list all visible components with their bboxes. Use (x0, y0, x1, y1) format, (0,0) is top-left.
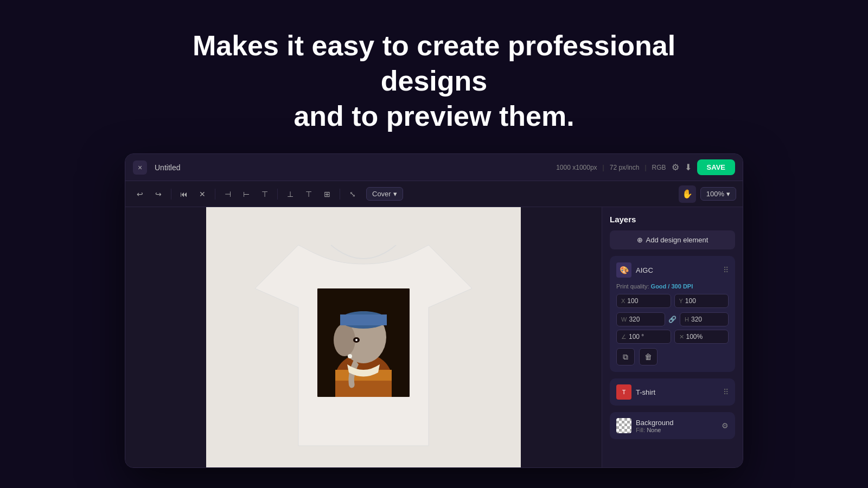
elephant-painting (317, 288, 410, 397)
main-area: Layers ⊕ Add design element 🎨 AIGC ⠿ Pri… (125, 207, 743, 467)
design-overlay (317, 288, 410, 397)
crop-button[interactable]: ⤡ (344, 186, 361, 202)
cover-chevron-icon: ▾ (393, 190, 397, 198)
canvas-dpi: 72 px/inch (610, 164, 640, 171)
scale-value: 100% (686, 333, 703, 341)
first-button[interactable]: ⏮ (176, 186, 192, 202)
w-field[interactable]: W 320 (616, 312, 665, 326)
tshirt-grip-icon[interactable]: ⠿ (723, 388, 729, 396)
x-label: X (621, 298, 625, 304)
toolbar: ↩ ↪ ⏮ ✕ ⊣ ⊢ ⊤ ⊥ ⊤ ⊞ ⤡ Cover ▾ ✋ 100% ▾ (125, 181, 743, 207)
x-field[interactable]: X 100 (616, 294, 671, 308)
angle-label: ∠ (621, 333, 627, 341)
h-value: 320 (691, 316, 702, 323)
scale-label: ✕ (679, 333, 684, 341)
align-bottom-button[interactable]: ⊞ (319, 186, 335, 202)
save-button[interactable]: SAVE (697, 159, 735, 175)
y-value: 100 (685, 297, 696, 305)
align-center-button[interactable]: ⊢ (238, 186, 254, 202)
toolbar-right: ✋ 100% ▾ (679, 185, 736, 203)
color-mode: RGB (652, 164, 666, 171)
w-label: W (621, 316, 627, 323)
background-fill-text: Fill: None (636, 427, 717, 433)
redo-button[interactable]: ↪ (150, 186, 167, 202)
align-left-button[interactable]: ⊣ (220, 186, 236, 202)
undo-button[interactable]: ↩ (132, 186, 148, 202)
aigc-grip-icon[interactable]: ⠿ (723, 266, 729, 274)
zoom-chevron-icon: ▾ (726, 190, 730, 198)
align-right-button[interactable]: ⊤ (257, 186, 273, 202)
plus-icon: ⊕ (637, 236, 643, 244)
close-button[interactable]: × (133, 160, 147, 175)
app-window: × Untitled 1000 x1000px | 72 px/inch | R… (125, 153, 743, 468)
aigc-layer-header: 🎨 AIGC ⠿ (616, 262, 729, 278)
svg-point-10 (348, 354, 352, 358)
layers-title: Layers (610, 215, 735, 224)
layer-actions: ⧉ 🗑 (616, 348, 729, 365)
aigc-thumbnail: 🎨 (616, 262, 631, 278)
toolbar-divider-3 (277, 189, 278, 200)
background-thumbnail (616, 418, 631, 433)
cover-dropdown[interactable]: Cover ▾ (366, 187, 403, 201)
background-layer-card: Background Fill: None ⚙ (610, 412, 735, 439)
angle-scale-row: ∠ 100 ° ✕ 100% (616, 330, 729, 344)
zoom-value: 100% (706, 190, 724, 198)
delete-tool-button[interactable]: ✕ (194, 186, 210, 202)
align-middle-button[interactable]: ⊤ (301, 186, 317, 202)
top-bar: × Untitled 1000 x1000px | 72 px/inch | R… (125, 154, 743, 181)
w-value: 320 (629, 316, 640, 323)
angle-field[interactable]: ∠ 100 ° (616, 330, 671, 344)
zoom-dropdown[interactable]: 100% ▾ (700, 187, 736, 201)
angle-value: 100 ° (629, 333, 644, 341)
add-element-button[interactable]: ⊕ Add design element (610, 230, 735, 249)
top-bar-right: 1000 x1000px | 72 px/inch | RGB ⚙ ⬇ SAVE (556, 159, 735, 175)
toolbar-divider-4 (340, 189, 340, 200)
h-field[interactable]: H 320 (680, 312, 729, 326)
xy-row: X 100 Y 100 (616, 294, 729, 308)
aigc-layer-card: 🎨 AIGC ⠿ Print quality: Good / 300 DPI X… (610, 256, 735, 372)
scale-field[interactable]: ✕ 100% (674, 330, 729, 344)
download-icon[interactable]: ⬇ (685, 162, 692, 172)
document-title: Untitled (155, 163, 180, 172)
settings-icon[interactable]: ⚙ (672, 162, 679, 172)
y-field[interactable]: Y 100 (674, 294, 729, 308)
tshirt-thumbnail: T (616, 384, 631, 400)
svg-point-5 (334, 324, 355, 356)
canvas-area (125, 207, 602, 467)
svg-rect-7 (340, 314, 387, 325)
toolbar-divider-2 (215, 189, 215, 200)
align-top-button[interactable]: ⊥ (282, 186, 298, 202)
add-element-label: Add design element (646, 236, 709, 244)
right-panel: Layers ⊕ Add design element 🎨 AIGC ⠿ Pri… (602, 207, 743, 467)
background-layer-name: Background (636, 419, 717, 427)
print-quality-value: Good / 300 DPI (651, 283, 693, 290)
hand-tool-button[interactable]: ✋ (679, 185, 696, 203)
tshirt-mockup (206, 207, 521, 467)
lock-icon: 🔗 (668, 316, 676, 323)
h-label: H (685, 316, 689, 323)
background-fill-value: None (647, 427, 661, 433)
toolbar-divider-1 (171, 189, 171, 200)
duplicate-button[interactable]: ⧉ (616, 348, 635, 365)
background-settings-icon[interactable]: ⚙ (722, 421, 729, 430)
print-quality-text: Print quality: Good / 300 DPI (616, 283, 729, 290)
hero-heading: Makes it easy to create professional des… (136, 28, 732, 134)
wh-row: W 320 🔗 H 320 (616, 312, 729, 326)
tshirt-layer-card: T T-shirt ⠿ (610, 378, 735, 406)
y-label: Y (679, 298, 683, 304)
background-info: Background Fill: None (636, 419, 717, 433)
elephant-svg (317, 288, 410, 397)
delete-layer-button[interactable]: 🗑 (639, 348, 658, 365)
canvas-size: 1000 x1000px (556, 164, 597, 171)
x-value: 100 (627, 297, 638, 305)
tshirt-layer-name: T-shirt (636, 388, 719, 396)
cover-label: Cover (372, 190, 391, 198)
aigc-layer-name: AIGC (636, 266, 719, 274)
svg-point-9 (355, 339, 358, 341)
